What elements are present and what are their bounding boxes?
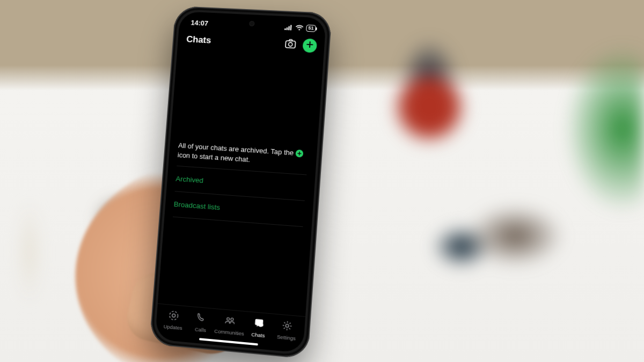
- svg-rect-5: [286, 41, 296, 48]
- inline-plus-icon: [295, 150, 303, 158]
- plus-icon: [306, 41, 314, 51]
- new-chat-button[interactable]: [302, 39, 317, 53]
- phone-frame: 14:07 51 Chats: [149, 6, 332, 359]
- chats-content: All of your chats are archived. Tap the …: [158, 51, 324, 316]
- page-title: Chats: [186, 34, 279, 49]
- svg-rect-3: [290, 25, 292, 30]
- phone-screen: 14:07 51 Chats: [155, 11, 326, 353]
- nav-label: Communities: [214, 328, 244, 337]
- communities-icon: [224, 314, 237, 328]
- wifi-icon: [295, 25, 304, 31]
- svg-point-10: [231, 318, 233, 321]
- camera-icon: [284, 39, 296, 51]
- svg-rect-0: [284, 28, 286, 29]
- camera-button[interactable]: [283, 38, 298, 52]
- chats-icon: [252, 317, 265, 331]
- nav-settings[interactable]: Settings: [272, 319, 302, 342]
- battery-indicator: 51: [306, 24, 316, 32]
- gear-icon: [281, 319, 294, 333]
- nav-calls[interactable]: Calls: [186, 311, 215, 334]
- nav-communities[interactable]: Communities: [214, 313, 245, 336]
- svg-point-7: [170, 311, 178, 320]
- svg-point-12: [286, 324, 289, 327]
- signal-icon: [284, 24, 293, 31]
- nav-label: Calls: [195, 326, 207, 333]
- nav-chats[interactable]: Chats: [244, 316, 273, 339]
- svg-rect-1: [287, 27, 288, 30]
- updates-icon: [167, 309, 180, 323]
- nav-label: Settings: [277, 334, 296, 341]
- nav-updates[interactable]: Updates: [159, 308, 188, 331]
- svg-point-4: [298, 28, 300, 30]
- svg-point-9: [227, 317, 230, 320]
- archived-link[interactable]: Archived: [175, 173, 306, 194]
- status-time: 14:07: [191, 18, 208, 27]
- svg-point-6: [288, 42, 292, 46]
- svg-rect-2: [288, 26, 290, 30]
- nav-label: Chats: [251, 331, 265, 338]
- broadcast-lists-link[interactable]: Broadcast lists: [173, 198, 304, 220]
- nav-label: Updates: [163, 323, 182, 331]
- svg-point-8: [172, 314, 175, 317]
- phone-icon: [195, 312, 208, 326]
